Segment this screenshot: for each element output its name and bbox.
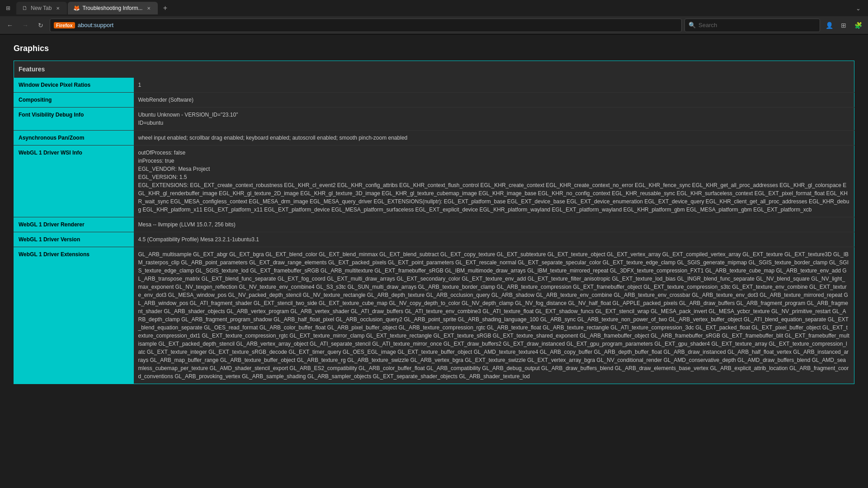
table-cell-key: WebGL 1 Driver Version <box>14 232 134 247</box>
table-cell-key: Window Device Pixel Ratios <box>14 78 134 93</box>
table-row: WebGL 1 Driver WSI InfooutOfProcess: fal… <box>14 145 854 217</box>
table-cell-key: Asynchronous Pan/Zoom <box>14 131 134 145</box>
table-cell-key: WebGL 1 Driver Renderer <box>14 217 134 232</box>
graphics-table: Features Window Device Pixel Ratios1Comp… <box>14 61 854 384</box>
table-cell-value: 1 <box>134 78 854 93</box>
tab-firefox-icon: 🦊 <box>73 5 80 11</box>
tab-bar: ⊞ 🗋 New Tab ✕ 🦊 Troubleshooting Inform..… <box>0 0 868 16</box>
table-cell-value: wheel input enabled; scrollbar drag enab… <box>134 131 854 145</box>
tab-overflow-button[interactable]: ⌄ <box>852 2 864 14</box>
table-cell-key: Font Visibility Debug Info <box>14 108 134 131</box>
extensions-button[interactable]: 🧩 <box>852 19 864 32</box>
page-content: Graphics Features Window Device Pixel Ra… <box>0 35 868 488</box>
table-row: WebGL 1 Driver RendererMesa -- llvmpipe … <box>14 217 854 232</box>
nav-bar: ← → ↻ Firefox about:support 🔍 Search 👤 ⊞… <box>0 16 868 34</box>
address-text: about:support <box>78 22 114 28</box>
table-cell-value: Ubuntu Unknown - VERSION_ID="23.10" ID=u… <box>134 108 854 131</box>
section-title: Graphics <box>14 44 854 53</box>
tab-troubleshooting[interactable]: 🦊 Troubleshooting Inform... ✕ <box>68 2 158 14</box>
table-row: Window Device Pixel Ratios1 <box>14 78 854 93</box>
account-button[interactable]: 👤 <box>823 19 835 32</box>
table-cell-value: GL_ARB_multisample GL_EXT_abgr GL_EXT_bg… <box>134 247 854 384</box>
search-icon: 🔍 <box>689 22 696 28</box>
table-cell-key: WebGL 1 Driver Extensions <box>14 247 134 384</box>
tab-close-button[interactable]: ✕ <box>54 5 61 12</box>
tab-new-tab[interactable]: 🗋 New Tab ✕ <box>16 2 67 14</box>
firefox-badge: Firefox <box>54 22 75 28</box>
table-cell-value: outOfProcess: false inProcess: true EGL_… <box>134 145 854 217</box>
table-cell-key: WebGL 1 Driver WSI Info <box>14 145 134 217</box>
new-tab-button[interactable]: + <box>159 2 171 14</box>
table-row: Font Visibility Debug InfoUbuntu Unknown… <box>14 108 854 131</box>
table-row: Asynchronous Pan/Zoomwheel input enabled… <box>14 131 854 145</box>
table-row: WebGL 1 Driver ExtensionsGL_ARB_multisam… <box>14 247 854 384</box>
tabs-button[interactable]: ⊞ <box>837 19 850 32</box>
reload-button[interactable]: ↻ <box>34 19 47 32</box>
table-cell-value: 4.5 (Compatibility Profile) Mesa 23.2.1-… <box>134 232 854 247</box>
tab-close-button[interactable]: ✕ <box>145 5 152 12</box>
back-button[interactable]: ← <box>4 19 16 32</box>
search-placeholder: Search <box>698 22 717 28</box>
table-cell-value: Mesa -- llvmpipe (LLVM 15.0.7, 256 bits) <box>134 217 854 232</box>
table-cell-value: WebRender (Software) <box>134 93 854 108</box>
address-bar[interactable]: Firefox about:support <box>50 19 682 32</box>
browser-chrome: ⊞ 🗋 New Tab ✕ 🦊 Troubleshooting Inform..… <box>0 0 868 35</box>
table-header: Features <box>14 61 854 78</box>
tab-label: Troubleshooting Inform... <box>82 5 142 11</box>
tab-label: New Tab <box>31 5 52 11</box>
window-icon: ⊞ <box>4 4 13 13</box>
table-row: WebGL 1 Driver Version4.5 (Compatibility… <box>14 232 854 247</box>
forward-button[interactable]: → <box>19 19 32 32</box>
table-cell-key: Compositing <box>14 93 134 108</box>
table-row: CompositingWebRender (Software) <box>14 93 854 108</box>
nav-extras: 👤 ⊞ 🧩 <box>823 19 864 32</box>
tab-page-icon: 🗋 <box>22 5 28 11</box>
search-bar[interactable]: 🔍 Search <box>684 19 820 32</box>
